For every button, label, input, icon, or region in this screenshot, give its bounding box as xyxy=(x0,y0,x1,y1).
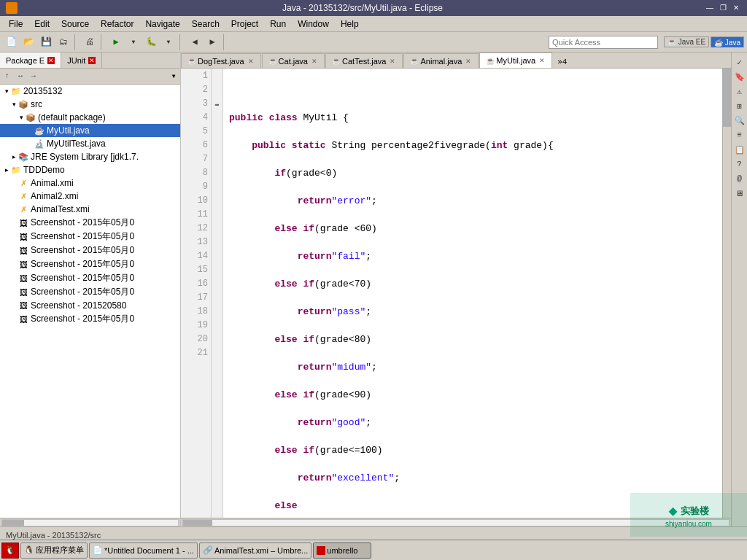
tree-item-screenshot-8[interactable]: 🖼 Screenshot - 2015年05月0 xyxy=(0,312,180,326)
new-pkg-button[interactable]: → xyxy=(28,71,39,82)
problems-icon[interactable]: ⚠ xyxy=(733,85,746,98)
sidebar-menu-dropdown[interactable]: ▾ xyxy=(169,71,179,82)
tab-package-explorer[interactable]: Package E ✕ xyxy=(0,52,61,68)
taskbar-start-button[interactable]: 🐧 xyxy=(1,542,19,559)
maximize-button[interactable]: ❐ xyxy=(718,3,728,13)
next-edit-button[interactable]: ▶ xyxy=(204,34,220,50)
perspective-java[interactable]: ☕ Java xyxy=(711,36,744,47)
code-content[interactable]: public class MyUtil { public static Stri… xyxy=(223,69,722,518)
close-cat[interactable]: ✕ xyxy=(311,58,318,65)
menu-window[interactable]: Window xyxy=(292,18,335,31)
toggle-src[interactable]: ▾ xyxy=(10,101,18,108)
tree-item-jre[interactable]: ▸ 📚 JRE System Library [jdk1.7. xyxy=(0,150,180,163)
menu-edit[interactable]: Edit xyxy=(28,18,55,31)
run-button[interactable]: ▶ xyxy=(108,34,124,50)
tab-junit[interactable]: JUnit ✕ xyxy=(61,52,102,68)
tree-item-myutil[interactable]: ☕ MyUtil.java xyxy=(0,124,180,137)
toggle-default-pkg[interactable]: ▾ xyxy=(18,114,25,121)
link-editor-button[interactable]: ↔ xyxy=(15,71,26,82)
menu-navigate[interactable]: Navigate xyxy=(139,18,185,31)
tree-item-myutiltest[interactable]: 🔬 MyUtilTest.java xyxy=(0,137,180,150)
tree-item-screenshot-6[interactable]: 🖼 Screenshot - 2015年05月0 xyxy=(0,285,180,299)
tree-item-animaltest-xmi[interactable]: ✗ AnimalTest.xmi xyxy=(0,203,180,216)
taskbar-animaltest[interactable]: 🔗 AnimalTest.xmi – Umbre... xyxy=(199,542,311,559)
screenshot-4-label: Screenshot - 2015年05月0 xyxy=(31,258,134,271)
taskbar-app-menu[interactable]: 🐧 应用程序菜单 xyxy=(20,542,88,559)
tree-item-screenshot-1[interactable]: 🖼 Screenshot - 2015年05月0 xyxy=(0,216,180,230)
tree-item-screenshot-4[interactable]: 🖼 Screenshot - 2015年05月0 xyxy=(0,257,180,271)
close-cattest[interactable]: ✕ xyxy=(389,58,396,65)
monitor-icon[interactable]: 🖥 xyxy=(733,187,746,200)
close-button[interactable]: ✕ xyxy=(731,3,741,13)
menu-file[interactable]: File xyxy=(3,18,28,31)
open-button[interactable]: 📂 xyxy=(20,34,36,50)
project-label: 20135132 xyxy=(23,86,62,96)
search-results-icon[interactable]: 🔍 xyxy=(733,114,746,127)
toggle-tdddemo[interactable]: ▸ xyxy=(3,166,10,174)
collapse-all-button[interactable]: ↑ xyxy=(1,71,13,82)
close-package-explorer[interactable]: ✕ xyxy=(47,57,55,64)
sidebar-hscroll-thumb[interactable] xyxy=(2,520,24,526)
tab-cat[interactable]: ☕ Cat.java ✕ xyxy=(262,53,325,68)
quick-access-input[interactable] xyxy=(549,36,658,49)
line-3: public static String percentage2fivegrad… xyxy=(229,139,716,152)
save-button[interactable]: 💾 xyxy=(38,34,54,50)
app-menu-label: 应用程序菜单 xyxy=(36,545,84,556)
close-myutil[interactable]: ✕ xyxy=(538,57,546,64)
save-all-button[interactable]: 🗂 xyxy=(55,34,71,50)
layout-icon[interactable]: ⊞ xyxy=(733,99,746,112)
new-button[interactable]: 📄 xyxy=(3,34,19,50)
prop-icon[interactable]: ≡ xyxy=(733,128,746,141)
fold-3[interactable]: ▬ xyxy=(212,97,222,111)
outline-icon[interactable]: 📋 xyxy=(733,143,746,156)
print-button[interactable]: 🖨 xyxy=(82,34,98,50)
tree-item-default-pkg[interactable]: ▾ 📦 (default package) xyxy=(0,111,180,124)
tab-animal[interactable]: ☕ Animal.java ✕ xyxy=(403,53,479,68)
close-animal[interactable]: ✕ xyxy=(465,58,472,65)
tree-item-tdddemo[interactable]: ▸ 📁 TDDDemo xyxy=(0,163,180,176)
tree-item-animal-xmi[interactable]: ✗ Animal.xmi xyxy=(0,176,180,190)
editor-vscroll-thumb[interactable] xyxy=(722,69,731,127)
tab-overflow[interactable]: »4 xyxy=(553,56,571,68)
minimize-button[interactable]: — xyxy=(705,3,715,13)
toggle-project[interactable]: ▾ xyxy=(3,88,10,95)
toggle-jre[interactable]: ▸ xyxy=(10,153,18,160)
line-4: if(grade<0) xyxy=(229,166,716,180)
bookmarks-icon[interactable]: 🔖 xyxy=(733,70,746,83)
tree-item-src[interactable]: ▾ 📦 src xyxy=(0,98,180,111)
editor-vscrollbar[interactable] xyxy=(722,69,731,518)
debug-button[interactable]: 🐛 xyxy=(143,34,159,50)
perspective-java-ee[interactable]: ☕ Java EE xyxy=(664,36,709,47)
at-icon[interactable]: @ xyxy=(733,172,746,185)
tab-cattest[interactable]: ☕ CatTest.java ✕ xyxy=(325,53,403,68)
tree-item-screenshot-2[interactable]: 🖼 Screenshot - 2015年05月0 xyxy=(0,230,180,244)
close-junit[interactable]: ✕ xyxy=(88,57,96,64)
menu-refactor[interactable]: Refactor xyxy=(95,18,139,31)
tree-item-project[interactable]: ▾ 📁 20135132 xyxy=(0,85,180,98)
menu-help[interactable]: Help xyxy=(335,18,365,31)
tab-myutil[interactable]: ☕ MyUtil.java ✕ xyxy=(479,52,552,68)
tree-item-animal2-xmi[interactable]: ✗ Animal2.xmi xyxy=(0,190,180,203)
sidebar-hscrollbar[interactable] xyxy=(0,518,180,526)
run-dropdown[interactable]: ▼ xyxy=(125,34,142,50)
tree-area[interactable]: ▾ 📁 20135132 ▾ 📦 src ▾ 📦 (default packag… xyxy=(0,85,180,518)
tree-item-screenshot-3[interactable]: 🖼 Screenshot - 2015年05月0 xyxy=(0,244,180,257)
menu-source[interactable]: Source xyxy=(55,18,95,31)
prev-edit-button[interactable]: ◀ xyxy=(187,34,203,50)
screenshot-icon-6: 🖼 xyxy=(18,287,29,298)
sidebar-hscroll-track[interactable] xyxy=(1,519,179,526)
tree-item-screenshot-7[interactable]: 🖼 Screenshot - 201520580 xyxy=(0,299,180,312)
tree-item-screenshot-5[interactable]: 🖼 Screenshot - 2015年05月0 xyxy=(0,271,180,285)
help-icon[interactable]: ? xyxy=(733,158,746,171)
tab-dogtest[interactable]: ☕ DogTest.java ✕ xyxy=(181,53,261,68)
menu-run[interactable]: Run xyxy=(264,18,292,31)
debug-dropdown[interactable]: ▼ xyxy=(160,34,177,50)
screenshot-icon-1: 🖼 xyxy=(18,217,29,229)
menu-project[interactable]: Project xyxy=(225,18,264,31)
editor-hscroll-thumb[interactable] xyxy=(183,520,212,526)
taskbar-umbrello[interactable]: umbrello xyxy=(313,542,371,559)
taskbar-untitled-doc[interactable]: 📄 *Untitled Document 1 - ... xyxy=(89,542,198,559)
menu-search[interactable]: Search xyxy=(186,18,225,31)
close-dogtest[interactable]: ✕ xyxy=(247,58,255,65)
tasks-icon[interactable]: ✓ xyxy=(733,55,746,69)
